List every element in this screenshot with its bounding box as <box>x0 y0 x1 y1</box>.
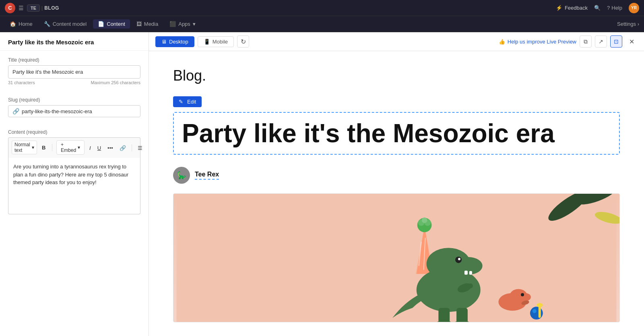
preview-content: Blog. ✎ Edit Party like it's the Mesozoi… <box>149 51 644 336</box>
hamburger-icon[interactable]: ☰ <box>19 5 24 11</box>
preview-headline: Party like it's the Mesozoic era <box>182 119 611 147</box>
sidebar-item-home[interactable]: 🏠 Home <box>5 19 37 29</box>
refresh-button[interactable]: ↻ <box>237 35 249 48</box>
author-name: Tee Rex <box>195 171 219 180</box>
mobile-tab[interactable]: 📱 Mobile <box>198 36 234 47</box>
svg-point-29 <box>533 309 537 313</box>
thumbs-up-icon: 👍 <box>499 39 505 45</box>
edit-bar: ✎ Edit <box>173 96 620 107</box>
media-icon: 🖼 <box>136 21 142 27</box>
sidebar-item-content-model[interactable]: 🔧 Content model <box>39 19 92 29</box>
embed-button[interactable]: + Embed ▾ <box>56 140 85 155</box>
avatar-emoji: 🦕 <box>177 171 186 180</box>
svg-point-28 <box>530 307 543 320</box>
title-input[interactable] <box>8 65 140 79</box>
blog-logo: Blog. <box>173 67 620 84</box>
preview-toolbar: 🖥 Desktop 📱 Mobile ↻ 👍 Help us improve L… <box>149 32 644 51</box>
help-button[interactable]: ? Help <box>607 5 622 11</box>
slug-label: Slug (required) <box>8 97 140 103</box>
bullet-list-button[interactable]: ☰ <box>135 144 145 152</box>
settings-button[interactable]: Settings › <box>617 21 639 27</box>
underline-button[interactable]: U <box>95 144 103 152</box>
title-field-section: Title (required) 31 characters Maximum 2… <box>0 51 149 85</box>
home-icon: 🏠 <box>10 21 16 27</box>
sidebar-item-content[interactable]: 📄 Content <box>93 19 130 29</box>
svg-point-14 <box>458 258 460 260</box>
user-avatar[interactable]: YR <box>629 3 639 13</box>
toolbar-row1: Normal text ▾ B + Embed ▾ <box>12 140 85 155</box>
toolbar-divider <box>52 144 52 151</box>
author-avatar: 🦕 <box>173 167 190 184</box>
feedback-icon: ⚡ <box>556 5 562 11</box>
refresh-icon: ↻ <box>241 38 246 46</box>
svg-rect-19 <box>438 308 450 322</box>
left-panel: Party like its the Mesozoic era Title (r… <box>0 32 149 336</box>
title-label: Title (required) <box>8 57 140 63</box>
top-navigation: C ☰ TE | BLOG ⚡ Feedback 🔍 ? Help YR <box>0 0 644 16</box>
main-layout: Party like its the Mesozoic era Title (r… <box>0 32 644 336</box>
close-preview-button[interactable]: ✕ <box>625 35 638 48</box>
link-icon: 🔗 <box>12 108 19 114</box>
copy-button[interactable]: ⧉ <box>580 35 592 48</box>
pencil-icon: ✎ <box>179 99 183 105</box>
content-label: Content (required) <box>8 129 140 135</box>
content-icon: 📄 <box>98 21 104 27</box>
content-field-section: Content (required) Normal text ▾ B + Emb… <box>0 123 149 214</box>
breadcrumb: ☰ TE | BLOG <box>19 4 59 12</box>
svg-rect-30 <box>539 306 541 318</box>
toolbar-divider-2 <box>132 144 132 151</box>
text-style-select[interactable]: Normal text ▾ <box>12 141 37 154</box>
slug-input[interactable] <box>22 108 136 114</box>
slug-input-wrapper: 🔗 <box>8 105 140 117</box>
svg-point-26 <box>521 293 524 297</box>
copy-icon: ⧉ <box>584 38 588 45</box>
chevron-down-icon: ▾ <box>193 21 196 27</box>
active-view-button[interactable]: ⊡ <box>610 35 622 48</box>
external-link-button[interactable]: ↗ <box>595 35 607 48</box>
bold-button[interactable]: B <box>39 144 48 151</box>
svg-rect-15 <box>464 271 468 275</box>
bullet-list-icon: ☰ <box>138 145 142 151</box>
logo[interactable]: C <box>5 3 15 13</box>
close-icon: ✕ <box>629 38 634 46</box>
app-name: BLOG <box>44 5 59 11</box>
title-meta: 31 characters Maximum 256 characters <box>8 80 140 85</box>
slug-field-section: Slug (required) 🔗 <box>0 91 149 117</box>
feedback-button[interactable]: ⚡ Feedback <box>556 5 588 11</box>
mobile-icon: 📱 <box>204 39 210 45</box>
app-code-badge: TE <box>27 4 40 12</box>
left-panel-header: Party like its the Mesozoic era <box>0 32 149 51</box>
svg-point-31 <box>537 303 543 307</box>
improve-link[interactable]: 👍 Help us improve Live Preview <box>499 39 576 45</box>
edit-button[interactable]: ✎ Edit <box>173 96 202 107</box>
author-section: 🦕 Tee Rex <box>173 167 620 184</box>
content-editor-body[interactable]: Are you turning into a tyrannosaurus rex… <box>8 158 140 214</box>
dino-image <box>173 193 620 322</box>
desktop-icon: 🖥 <box>161 39 167 45</box>
external-link-icon: ↗ <box>599 38 603 45</box>
svg-point-9 <box>422 218 427 223</box>
help-icon: ? <box>607 5 610 11</box>
right-panel: 🖥 Desktop 📱 Mobile ↻ 👍 Help us improve L… <box>149 32 644 336</box>
search-icon: 🔍 <box>594 5 601 11</box>
headline-wrapper: Party like it's the Mesozoic era <box>173 112 620 155</box>
chevron-down-icon: ▾ <box>78 145 80 150</box>
italic-button[interactable]: I <box>87 144 93 152</box>
chevron-down-icon: ▾ <box>32 145 34 150</box>
more-button[interactable]: ••• <box>105 144 116 152</box>
editor-toolbar: Normal text ▾ B + Embed ▾ I <box>8 137 140 158</box>
char-count: 31 characters <box>8 80 35 85</box>
page-title: Party like its the Mesozoic era <box>8 39 140 46</box>
svg-rect-20 <box>456 308 468 322</box>
sidebar-item-media[interactable]: 🖼 Media <box>132 19 163 29</box>
desktop-tab[interactable]: 🖥 Desktop <box>155 36 194 47</box>
active-view-icon: ⊡ <box>614 38 619 45</box>
link-icon: 🔗 <box>120 145 126 151</box>
link-button[interactable]: 🔗 <box>117 144 128 152</box>
search-button[interactable]: 🔍 <box>594 5 601 11</box>
svg-point-18 <box>468 284 473 288</box>
toolbar-row2: I U ••• 🔗 ☰ ≡ <box>87 144 149 152</box>
sidebar-item-apps[interactable]: ⬛ Apps ▾ <box>165 19 200 29</box>
secondary-navigation: 🏠 Home 🔧 Content model 📄 Content 🖼 Media… <box>0 16 644 32</box>
preview-actions: 👍 Help us improve Live Preview ⧉ ↗ ⊡ ✕ <box>499 35 638 48</box>
